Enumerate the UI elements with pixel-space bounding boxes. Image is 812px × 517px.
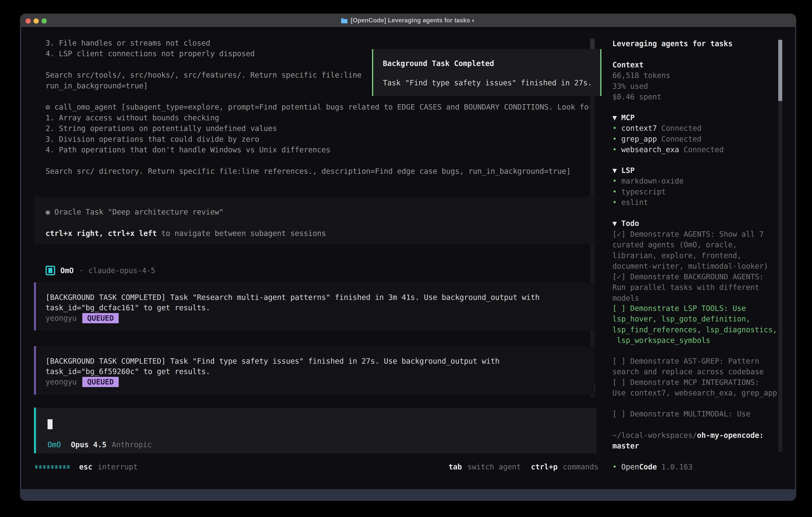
bullet-icon: • (612, 145, 621, 154)
text-segment: [ ] Demonstrate AST-GREP: Pattern (612, 357, 759, 365)
background-task-toast: Background Task Completed Task "Find typ… (372, 49, 601, 96)
zoom-button[interactable] (41, 19, 47, 24)
input-agent-name: OmO (48, 440, 61, 449)
text-line: [ ] Demonstrate MULTIMODAL: Use (612, 409, 751, 419)
prompt-input[interactable]: OmO Opus 4.5 Anthropic (34, 408, 597, 453)
text-segment: ~/local-workspaces/ (612, 431, 697, 440)
collapse-arrow-icon: ▼ (612, 166, 621, 175)
text-segment: ctrl+x right, ctrl+x left (46, 229, 157, 238)
text-line (46, 155, 593, 166)
sidebar-todo-header[interactable]: ▼ Todo (612, 218, 639, 229)
text-segment: 2. String operations on potentially unde… (46, 124, 277, 133)
collapse-arrow-icon: ▼ (612, 219, 621, 228)
text-segment: 4. Path operations that don't handle Win… (46, 145, 330, 154)
text-segment: [✓] Demonstrate AGENTS: Show all 7 (612, 230, 764, 239)
text-line: [ ] Demonstrate MCP INTEGRATIONS: (612, 377, 777, 388)
text-segment: lsp_hover, lsp_goto_definition, (612, 315, 751, 323)
text-line: ▼ LSP (612, 165, 684, 176)
queued-badge: QUEUED (82, 313, 119, 323)
text-line: 66,518 tokens (612, 70, 670, 81)
esc-key-hint: esc (79, 463, 92, 471)
text-segment: [ ] Demonstrate LSP TOOLS: Use (612, 304, 746, 313)
status-bar-right: tab switch agent ctrl+p commands (448, 462, 599, 472)
opencode-version: • OpenCode 1.0.163 (612, 462, 693, 472)
text-segment: Context (612, 61, 644, 69)
text-line: • typescript (612, 187, 684, 197)
text-line: [BACKGROUND TASK COMPLETED] Task "Find t… (46, 356, 594, 366)
collapse-arrow-icon: ▼ (612, 113, 621, 122)
sidebar-mcp-section[interactable]: ▼ MCP• context7 Connected• grep_app Conn… (612, 112, 724, 155)
spinner-dot (55, 465, 58, 469)
text-segment: Run parallel tasks with different (612, 283, 759, 292)
commands-label: commands (563, 463, 599, 471)
sidebar-scrollbar[interactable] (778, 38, 782, 452)
text-line: search and replace across codebase (612, 366, 764, 377)
spinner-dot (59, 465, 61, 469)
text-segment: Connected (679, 145, 724, 154)
text-line: • websearch_exa Connected (612, 144, 724, 155)
separator-dot: · (79, 266, 83, 275)
text-segment: typescript (621, 188, 666, 196)
title-bar[interactable]: [OpenCode] Leveraging agents for tasks ◐ (20, 13, 796, 27)
text-segment (46, 218, 50, 227)
text-segment: Open (621, 463, 639, 471)
input-model-name[interactable]: Opus 4.5 (71, 440, 107, 449)
agent-name: OmO (60, 266, 74, 275)
bullet-icon: • (612, 463, 621, 471)
text-segment: curated agents (OmO, oracle, (612, 241, 737, 249)
text-line: • eslint (612, 197, 684, 208)
text-line: [✓] Demonstrate BACKGROUND AGENTS: (612, 272, 764, 282)
interrupt-label: interrupt (98, 463, 138, 471)
text-segment: Todo (621, 219, 639, 228)
text-line: 3. File handles or streams not closed (46, 38, 593, 48)
text-line: 33% used (612, 81, 670, 91)
text-line: Search src/ directory. Return specific f… (46, 166, 593, 176)
background-task-message: [BACKGROUND TASK COMPLETED] Task "Find t… (34, 346, 594, 394)
todo-item: [ ] Demonstrate AST-GREP: Patternsearch … (612, 356, 764, 377)
text-segment: models (612, 294, 639, 302)
agent-model: claude-opus-4-5 (88, 266, 155, 275)
text-line: models (612, 293, 764, 303)
text-segment: 3. File handles or streams not closed (46, 39, 210, 47)
main-scrollbar-thumb-top[interactable] (590, 39, 595, 49)
spinner-dot (39, 465, 41, 469)
text-line: Run parallel tasks with different (612, 282, 764, 293)
text-line: $0.46 spent (612, 91, 670, 102)
toast-body: Task "Find type safety issues" finished … (383, 79, 600, 87)
spinner-dot (51, 465, 54, 469)
text-segment: context7 (621, 124, 657, 133)
text-segment: 33% used (612, 82, 648, 90)
text-line: ▼ Todo (612, 218, 639, 229)
tab-key-hint: tab (448, 463, 462, 471)
todo-item: [ ] Demonstrate LSP TOOLS: Uselsp_hover,… (612, 303, 777, 346)
folder-icon (341, 18, 348, 23)
terminal-window: [OpenCode] Leveraging agents for tasks ◐… (20, 13, 796, 501)
text-segment: grep_app (621, 135, 657, 143)
bullet-icon: • (612, 198, 621, 207)
text-line: • grep_app Connected (612, 134, 724, 144)
text-segment: oh-my-opencode: (697, 431, 764, 440)
close-button[interactable] (26, 19, 31, 24)
sidebar-scrollbar-thumb[interactable] (778, 40, 782, 101)
text-line: ▼ MCP (612, 112, 724, 123)
bullet-icon: • (612, 124, 621, 133)
text-line: ctrl+x right, ctrl+x left to navigate be… (46, 228, 594, 239)
todo-item: [✓] Demonstrate BACKGROUND AGENTS:Run pa… (612, 272, 764, 303)
minimize-button[interactable] (34, 19, 39, 24)
text-segment (46, 60, 50, 69)
text-line: task_id="bg_dcfac161" to get results. (46, 303, 594, 313)
text-line: [✓] Demonstrate AGENTS: Show all 7 (612, 229, 768, 240)
background-task-message: [BACKGROUND TASK COMPLETED] Task "Resear… (34, 282, 594, 330)
text-segment: markdown-oxide (621, 177, 684, 185)
text-segment: task_id="bg_dcfac161" to get results. (46, 303, 210, 312)
text-line: 1. Array access without bounds checking (46, 113, 593, 123)
text-line: 4. Path operations that don't handle Win… (46, 144, 593, 155)
switch-agent-label: switch agent (467, 463, 521, 471)
text-line: yeongyuQUEUED (46, 377, 594, 387)
input-provider-name: Anthropic (112, 440, 152, 449)
model-row: OmO Opus 4.5 Anthropic (48, 440, 152, 449)
sidebar-lsp-section[interactable]: ▼ LSP• markdown-oxide• typescript• eslin… (612, 165, 684, 208)
bullet-icon: • (612, 188, 621, 196)
queued-badge: QUEUED (82, 377, 119, 387)
text-line: yeongyuQUEUED (46, 313, 594, 324)
